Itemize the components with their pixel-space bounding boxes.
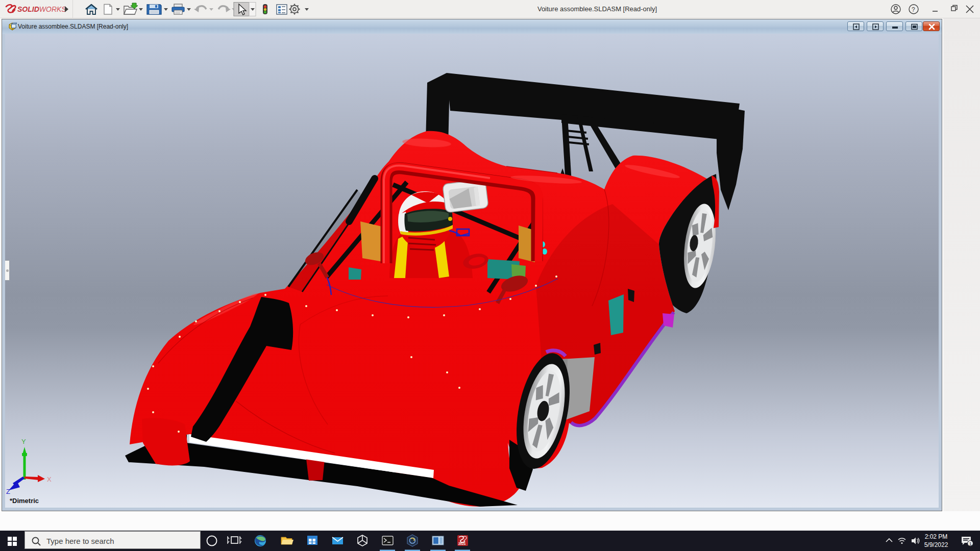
svg-text:?: ? bbox=[912, 6, 915, 13]
svg-text:Z: Z bbox=[6, 488, 10, 495]
svg-text:Y: Y bbox=[21, 438, 26, 445]
svg-text:1: 1 bbox=[969, 541, 972, 546]
svg-text:2021: 2021 bbox=[458, 542, 466, 545]
svg-text:SOLIDWORKS: SOLIDWORKS bbox=[17, 5, 66, 13]
svg-text:X: X bbox=[47, 475, 52, 483]
